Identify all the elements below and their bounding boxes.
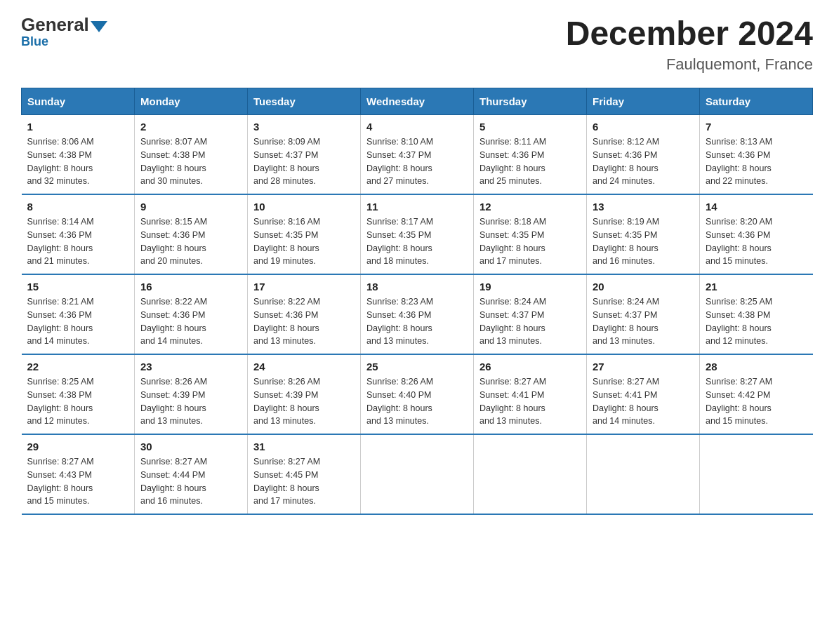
day-info: Sunrise: 8:18 AM Sunset: 4:35 PM Dayligh… — [479, 215, 581, 268]
logo-blue-text: Blue — [21, 34, 48, 49]
day-info: Sunrise: 8:21 AM Sunset: 4:36 PM Dayligh… — [27, 295, 129, 348]
day-info: Sunrise: 8:13 AM Sunset: 4:36 PM Dayligh… — [706, 135, 807, 188]
calendar-cell — [700, 434, 813, 514]
day-number: 6 — [593, 121, 694, 133]
calendar-cell: 3Sunrise: 8:09 AM Sunset: 4:37 PM Daylig… — [248, 115, 361, 195]
header-saturday: Saturday — [700, 88, 813, 115]
header-sunday: Sunday — [22, 88, 135, 115]
day-number: 16 — [140, 281, 241, 293]
day-info: Sunrise: 8:17 AM Sunset: 4:35 PM Dayligh… — [366, 215, 468, 268]
day-number: 24 — [253, 361, 355, 373]
day-info: Sunrise: 8:27 AM Sunset: 4:45 PM Dayligh… — [253, 455, 355, 508]
header-tuesday: Tuesday — [248, 88, 361, 115]
day-number: 23 — [140, 361, 241, 373]
calendar-week-row: 1Sunrise: 8:06 AM Sunset: 4:38 PM Daylig… — [22, 115, 813, 195]
day-info: Sunrise: 8:16 AM Sunset: 4:35 PM Dayligh… — [253, 215, 355, 268]
day-number: 9 — [140, 201, 241, 213]
day-number: 31 — [253, 441, 355, 452]
day-number: 7 — [706, 121, 807, 133]
calendar-cell: 22Sunrise: 8:25 AM Sunset: 4:38 PM Dayli… — [22, 354, 135, 434]
calendar-week-row: 15Sunrise: 8:21 AM Sunset: 4:36 PM Dayli… — [22, 274, 813, 354]
page-header: General Blue December 2024 Faulquemont, … — [21, 14, 813, 74]
day-info: Sunrise: 8:23 AM Sunset: 4:36 PM Dayligh… — [366, 295, 468, 348]
calendar-cell: 7Sunrise: 8:13 AM Sunset: 4:36 PM Daylig… — [700, 115, 813, 195]
day-number: 26 — [479, 361, 581, 373]
day-number: 27 — [593, 361, 694, 373]
header-wednesday: Wednesday — [361, 88, 474, 115]
main-title: December 2024 — [566, 14, 813, 53]
logo-general-text: General — [21, 14, 89, 36]
day-number: 8 — [27, 201, 129, 213]
calendar-week-row: 8Sunrise: 8:14 AM Sunset: 4:36 PM Daylig… — [22, 194, 813, 274]
calendar-cell: 9Sunrise: 8:15 AM Sunset: 4:36 PM Daylig… — [135, 194, 248, 274]
calendar-cell: 14Sunrise: 8:20 AM Sunset: 4:36 PM Dayli… — [700, 194, 813, 274]
day-info: Sunrise: 8:24 AM Sunset: 4:37 PM Dayligh… — [479, 295, 581, 348]
day-info: Sunrise: 8:06 AM Sunset: 4:38 PM Dayligh… — [27, 135, 129, 188]
day-info: Sunrise: 8:15 AM Sunset: 4:36 PM Dayligh… — [140, 215, 241, 268]
day-number: 11 — [366, 201, 468, 213]
logo: General Blue — [21, 14, 109, 49]
calendar-cell — [474, 434, 587, 514]
calendar-cell: 29Sunrise: 8:27 AM Sunset: 4:43 PM Dayli… — [22, 434, 135, 514]
day-info: Sunrise: 8:14 AM Sunset: 4:36 PM Dayligh… — [27, 215, 129, 268]
day-info: Sunrise: 8:25 AM Sunset: 4:38 PM Dayligh… — [27, 375, 129, 428]
day-number: 20 — [593, 281, 694, 293]
header-friday: Friday — [587, 88, 700, 115]
day-number: 18 — [366, 281, 468, 293]
day-number: 14 — [706, 201, 807, 213]
calendar-cell: 13Sunrise: 8:19 AM Sunset: 4:35 PM Dayli… — [587, 194, 700, 274]
day-info: Sunrise: 8:11 AM Sunset: 4:36 PM Dayligh… — [479, 135, 581, 188]
calendar-cell: 10Sunrise: 8:16 AM Sunset: 4:35 PM Dayli… — [248, 194, 361, 274]
day-info: Sunrise: 8:27 AM Sunset: 4:41 PM Dayligh… — [479, 375, 581, 428]
calendar-cell: 4Sunrise: 8:10 AM Sunset: 4:37 PM Daylig… — [361, 115, 474, 195]
calendar-cell — [361, 434, 474, 514]
day-number: 3 — [253, 121, 355, 133]
calendar-cell: 30Sunrise: 8:27 AM Sunset: 4:44 PM Dayli… — [135, 434, 248, 514]
calendar-cell: 17Sunrise: 8:22 AM Sunset: 4:36 PM Dayli… — [248, 274, 361, 354]
calendar-cell: 20Sunrise: 8:24 AM Sunset: 4:37 PM Dayli… — [587, 274, 700, 354]
day-number: 13 — [593, 201, 694, 213]
day-number: 19 — [479, 281, 581, 293]
day-info: Sunrise: 8:26 AM Sunset: 4:40 PM Dayligh… — [366, 375, 468, 428]
day-number: 10 — [253, 201, 355, 213]
title-block: December 2024 Faulquemont, France — [566, 14, 813, 74]
day-number: 29 — [27, 441, 129, 452]
calendar-cell: 2Sunrise: 8:07 AM Sunset: 4:38 PM Daylig… — [135, 115, 248, 195]
day-info: Sunrise: 8:27 AM Sunset: 4:41 PM Dayligh… — [593, 375, 694, 428]
header-thursday: Thursday — [474, 88, 587, 115]
calendar-cell: 12Sunrise: 8:18 AM Sunset: 4:35 PM Dayli… — [474, 194, 587, 274]
calendar-table: SundayMondayTuesdayWednesdayThursdayFrid… — [21, 88, 813, 515]
day-info: Sunrise: 8:19 AM Sunset: 4:35 PM Dayligh… — [593, 215, 694, 268]
logo-arrow-icon — [91, 21, 107, 32]
day-info: Sunrise: 8:24 AM Sunset: 4:37 PM Dayligh… — [593, 295, 694, 348]
calendar-cell: 11Sunrise: 8:17 AM Sunset: 4:35 PM Dayli… — [361, 194, 474, 274]
day-number: 30 — [140, 441, 241, 452]
calendar-cell: 24Sunrise: 8:26 AM Sunset: 4:39 PM Dayli… — [248, 354, 361, 434]
day-info: Sunrise: 8:27 AM Sunset: 4:43 PM Dayligh… — [27, 455, 129, 508]
day-number: 2 — [140, 121, 241, 133]
calendar-cell: 26Sunrise: 8:27 AM Sunset: 4:41 PM Dayli… — [474, 354, 587, 434]
location-subtitle: Faulquemont, France — [566, 55, 813, 74]
calendar-cell: 27Sunrise: 8:27 AM Sunset: 4:41 PM Dayli… — [587, 354, 700, 434]
day-info: Sunrise: 8:22 AM Sunset: 4:36 PM Dayligh… — [253, 295, 355, 348]
day-number: 17 — [253, 281, 355, 293]
day-info: Sunrise: 8:27 AM Sunset: 4:42 PM Dayligh… — [706, 375, 807, 428]
day-info: Sunrise: 8:26 AM Sunset: 4:39 PM Dayligh… — [253, 375, 355, 428]
day-info: Sunrise: 8:20 AM Sunset: 4:36 PM Dayligh… — [706, 215, 807, 268]
day-number: 21 — [706, 281, 807, 293]
day-number: 22 — [27, 361, 129, 373]
calendar-cell: 16Sunrise: 8:22 AM Sunset: 4:36 PM Dayli… — [135, 274, 248, 354]
calendar-cell — [587, 434, 700, 514]
calendar-cell: 15Sunrise: 8:21 AM Sunset: 4:36 PM Dayli… — [22, 274, 135, 354]
calendar-cell: 23Sunrise: 8:26 AM Sunset: 4:39 PM Dayli… — [135, 354, 248, 434]
calendar-cell: 25Sunrise: 8:26 AM Sunset: 4:40 PM Dayli… — [361, 354, 474, 434]
day-number: 5 — [479, 121, 581, 133]
day-number: 12 — [479, 201, 581, 213]
day-info: Sunrise: 8:09 AM Sunset: 4:37 PM Dayligh… — [253, 135, 355, 188]
calendar-cell: 28Sunrise: 8:27 AM Sunset: 4:42 PM Dayli… — [700, 354, 813, 434]
calendar-cell: 31Sunrise: 8:27 AM Sunset: 4:45 PM Dayli… — [248, 434, 361, 514]
day-info: Sunrise: 8:10 AM Sunset: 4:37 PM Dayligh… — [366, 135, 468, 188]
calendar-cell: 19Sunrise: 8:24 AM Sunset: 4:37 PM Dayli… — [474, 274, 587, 354]
day-number: 25 — [366, 361, 468, 373]
calendar-cell: 18Sunrise: 8:23 AM Sunset: 4:36 PM Dayli… — [361, 274, 474, 354]
